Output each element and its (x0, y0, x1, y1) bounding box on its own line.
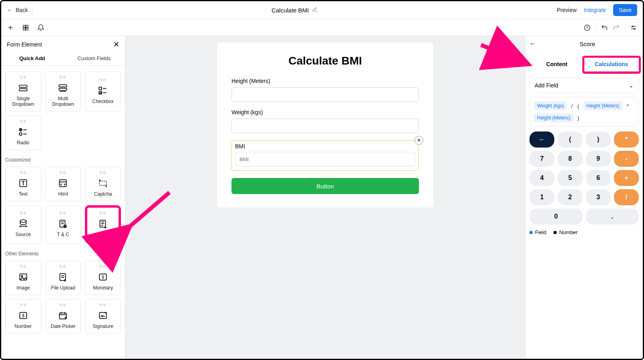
terms-icon (57, 218, 69, 229)
chevron-down-icon: ⌄ (629, 82, 634, 89)
arrow-left-icon: ← (7, 7, 12, 13)
pad-8[interactable]: 8 (557, 151, 582, 167)
element-date-picker[interactable]: ⠿⠿ Date Picker (45, 299, 81, 334)
element-signature[interactable]: ⠿⠿ Signature (85, 299, 121, 334)
drag-handle-icon: ⠿⠿ (59, 76, 66, 80)
add-icon[interactable] (7, 24, 14, 31)
element-number[interactable]: ⠿⠿ $ Number (5, 299, 41, 334)
element-checkbox[interactable]: ⠿⠿ Checkbox (85, 71, 121, 111)
element-captcha[interactable]: ⠿⠿ Captcha (85, 167, 121, 201)
formula-op-token[interactable]: ( (577, 103, 580, 109)
number-icon: $ (17, 310, 29, 321)
height-input[interactable] (231, 87, 419, 102)
tab-content[interactable]: Content (529, 58, 584, 72)
formula-op-token[interactable]: ) (577, 115, 580, 121)
svg-rect-16 (99, 87, 102, 90)
tab-custom-fields[interactable]: Custom Fields (63, 51, 125, 65)
preview-link[interactable]: Preview (557, 7, 577, 13)
add-field-dropdown[interactable]: Add Field ⌄ (529, 78, 639, 93)
save-button[interactable]: Save (613, 4, 637, 16)
pad-add[interactable]: + (614, 170, 639, 186)
svg-point-9 (632, 26, 633, 27)
bell-icon[interactable] (37, 24, 44, 31)
formula-field-token[interactable]: Height (Meters) (583, 101, 623, 110)
layers-icon[interactable] (22, 24, 29, 31)
tab-calculations[interactable]: Calculations (584, 58, 639, 72)
element-radio[interactable]: ⠿⠿ Radio (5, 115, 41, 150)
tab-quick-add[interactable]: Quick Add (1, 51, 63, 65)
element-html[interactable]: ⠿⠿ Html (45, 167, 81, 201)
svg-rect-13 (59, 85, 67, 87)
element-monetary[interactable]: ⠿⠿ $ Monetary (85, 261, 121, 295)
pad-multiply[interactable]: * (614, 131, 639, 148)
pad-5[interactable]: 5 (557, 170, 582, 186)
drag-handle-icon: ⠿⠿ (20, 265, 27, 269)
pad-6[interactable]: 6 (586, 170, 611, 186)
element-image[interactable]: ⠿⠿ Image (5, 261, 41, 295)
redo-icon[interactable] (613, 24, 620, 31)
pad-0[interactable]: 0 (529, 208, 583, 224)
bmi-label: BMI (235, 143, 415, 150)
pad-4[interactable]: 4 (529, 170, 554, 186)
submit-button[interactable]: Button (231, 178, 419, 194)
element-multi-dropdown[interactable]: ⠿⠿ Multi Dropdown (45, 71, 81, 111)
undo-icon[interactable] (601, 24, 608, 31)
html-icon (57, 178, 69, 189)
pad-7[interactable]: 7 (529, 151, 554, 167)
pad-backspace[interactable]: ← (529, 131, 554, 148)
integrate-link[interactable]: Integrate (584, 7, 606, 13)
element-tandc[interactable]: ⠿⠿ T & C (45, 205, 81, 244)
dropdown-icon (17, 82, 29, 93)
pad-1[interactable]: 1 (529, 189, 554, 205)
radio-icon (17, 126, 29, 138)
remove-field-icon[interactable]: ✕ (415, 136, 423, 145)
drag-handle-icon: ⠿⠿ (99, 303, 107, 307)
annotation-arrow-score (121, 188, 177, 238)
svg-rect-11 (19, 85, 27, 87)
close-icon[interactable]: ✕ (113, 40, 119, 49)
money-icon: $ (97, 271, 109, 283)
formula-field-token[interactable]: Height (Meters) (534, 113, 574, 122)
form-canvas: Calculate BMI Height (Meters) Weight (kg… (125, 36, 525, 359)
pad-divide[interactable]: / (614, 189, 639, 205)
pad-dot[interactable]: . (586, 208, 639, 224)
pad-2[interactable]: 2 (557, 189, 582, 205)
svg-rect-4 (23, 28, 25, 30)
weight-input[interactable] (231, 119, 419, 133)
drag-handle-icon: ⠿⠿ (99, 212, 107, 216)
captcha-icon (97, 178, 109, 189)
element-file-upload[interactable]: ⠿⠿ File Upload (45, 261, 81, 295)
pad-subtract[interactable]: - (614, 151, 639, 167)
back-button[interactable]: ← Back (7, 7, 28, 13)
element-single-dropdown[interactable]: ⠿⠿ Single Dropdown (5, 71, 41, 111)
edit-icon[interactable] (312, 7, 318, 14)
formula-op-token[interactable]: / (570, 103, 574, 109)
history-icon[interactable] (584, 24, 591, 31)
weight-label: Weight (kgs) (231, 109, 419, 115)
drag-handle-icon: ⠿⠿ (99, 171, 107, 175)
svg-rect-12 (19, 89, 27, 91)
score-icon (97, 218, 109, 229)
formula-field-token[interactable]: Weight (kgs) (534, 101, 567, 110)
pad-lparen[interactable]: ( (557, 131, 582, 148)
pad-9[interactable]: 9 (586, 151, 611, 167)
panel-back-icon[interactable]: ← (529, 40, 536, 47)
image-icon (17, 271, 29, 283)
element-score[interactable]: ⠿⠿ Score (87, 208, 119, 241)
bmi-field-selected[interactable]: ✕ BMI (231, 140, 419, 171)
svg-rect-30 (99, 181, 106, 186)
formula-op-token[interactable]: * (626, 103, 630, 109)
element-source[interactable]: ⠿⠿ Source (5, 205, 41, 244)
signature-icon (97, 310, 109, 321)
back-label: Back (16, 7, 28, 13)
pad-3[interactable]: 3 (586, 189, 611, 205)
calculator-pad: ← ( ) * 7 8 9 - 4 5 6 + 1 2 3 / 0 . (529, 131, 639, 224)
calc-highlight-box: Calculations (582, 56, 641, 74)
text-icon (17, 178, 29, 189)
bmi-input[interactable] (235, 152, 415, 166)
pad-rparen[interactable]: ) (586, 131, 611, 148)
settings-icon[interactable] (630, 24, 637, 31)
form-preview: Calculate BMI Height (Meters) Weight (kg… (217, 42, 433, 208)
form-title: Calculate BMI (231, 55, 419, 67)
element-text[interactable]: ⠿⠿ Text (5, 167, 41, 201)
